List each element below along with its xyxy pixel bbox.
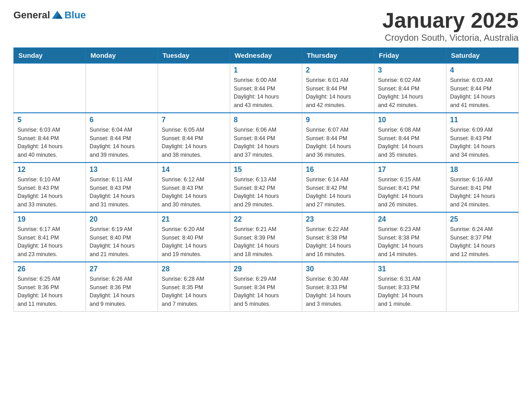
calendar-cell: 17Sunrise: 6:15 AM Sunset: 8:41 PM Dayli… xyxy=(374,163,446,212)
day-info: Sunrise: 6:21 AM Sunset: 8:39 PM Dayligh… xyxy=(234,225,298,259)
calendar-header-row: SundayMondayTuesdayWednesdayThursdayFrid… xyxy=(14,47,519,63)
day-number: 8 xyxy=(234,116,298,124)
day-info: Sunrise: 6:29 AM Sunset: 8:34 PM Dayligh… xyxy=(234,275,298,308)
day-number: 3 xyxy=(378,66,442,74)
day-info: Sunrise: 6:17 AM Sunset: 8:41 PM Dayligh… xyxy=(17,225,82,259)
calendar-cell: 13Sunrise: 6:11 AM Sunset: 8:43 PM Dayli… xyxy=(86,163,158,212)
day-number: 31 xyxy=(378,265,442,273)
calendar-cell: 12Sunrise: 6:10 AM Sunset: 8:43 PM Dayli… xyxy=(14,163,86,212)
day-number: 26 xyxy=(17,265,82,273)
day-info: Sunrise: 6:03 AM Sunset: 8:44 PM Dayligh… xyxy=(450,76,515,110)
calendar-cell: 4Sunrise: 6:03 AM Sunset: 8:44 PM Daylig… xyxy=(446,63,519,113)
calendar-cell: 5Sunrise: 6:03 AM Sunset: 8:44 PM Daylig… xyxy=(14,113,86,163)
day-number: 17 xyxy=(378,166,442,174)
day-info: Sunrise: 6:06 AM Sunset: 8:44 PM Dayligh… xyxy=(234,126,298,159)
calendar-cell: 16Sunrise: 6:14 AM Sunset: 8:42 PM Dayli… xyxy=(302,163,374,212)
calendar-cell: 18Sunrise: 6:16 AM Sunset: 8:41 PM Dayli… xyxy=(446,163,519,212)
day-number: 15 xyxy=(234,166,298,174)
calendar-cell xyxy=(14,63,86,113)
calendar-week-row: 12Sunrise: 6:10 AM Sunset: 8:43 PM Dayli… xyxy=(14,163,519,212)
day-info: Sunrise: 6:20 AM Sunset: 8:40 PM Dayligh… xyxy=(162,225,226,259)
day-of-week-header: Sunday xyxy=(14,47,86,63)
day-info: Sunrise: 6:02 AM Sunset: 8:44 PM Dayligh… xyxy=(378,76,442,110)
calendar-cell: 10Sunrise: 6:08 AM Sunset: 8:44 PM Dayli… xyxy=(374,113,446,163)
calendar-cell: 3Sunrise: 6:02 AM Sunset: 8:44 PM Daylig… xyxy=(374,63,446,113)
logo-text-blue: Blue xyxy=(64,9,86,21)
day-of-week-header: Thursday xyxy=(302,47,374,63)
day-number: 14 xyxy=(162,166,226,174)
day-info: Sunrise: 6:11 AM Sunset: 8:43 PM Dayligh… xyxy=(90,176,154,209)
location: Croydon South, Victoria, Australia xyxy=(382,33,519,43)
calendar-cell: 21Sunrise: 6:20 AM Sunset: 8:40 PM Dayli… xyxy=(158,212,230,262)
day-number: 21 xyxy=(162,215,226,223)
day-number: 22 xyxy=(234,215,298,223)
calendar-cell: 25Sunrise: 6:24 AM Sunset: 8:37 PM Dayli… xyxy=(446,212,519,262)
calendar-week-row: 26Sunrise: 6:25 AM Sunset: 8:36 PM Dayli… xyxy=(14,262,519,312)
day-number: 13 xyxy=(90,166,154,174)
day-of-week-header: Friday xyxy=(374,47,446,63)
calendar-cell: 22Sunrise: 6:21 AM Sunset: 8:39 PM Dayli… xyxy=(230,212,302,262)
logo: General Blue xyxy=(13,9,86,21)
day-info: Sunrise: 6:30 AM Sunset: 8:33 PM Dayligh… xyxy=(306,275,370,308)
day-info: Sunrise: 6:13 AM Sunset: 8:42 PM Dayligh… xyxy=(234,176,298,209)
calendar-cell xyxy=(446,262,519,312)
calendar-cell: 29Sunrise: 6:29 AM Sunset: 8:34 PM Dayli… xyxy=(230,262,302,312)
page-header: General Blue January 2025 Croydon South,… xyxy=(13,9,519,43)
day-info: Sunrise: 6:26 AM Sunset: 8:36 PM Dayligh… xyxy=(90,275,154,308)
day-info: Sunrise: 6:07 AM Sunset: 8:44 PM Dayligh… xyxy=(306,126,370,159)
calendar-week-row: 5Sunrise: 6:03 AM Sunset: 8:44 PM Daylig… xyxy=(14,113,519,163)
day-info: Sunrise: 6:08 AM Sunset: 8:44 PM Dayligh… xyxy=(378,126,442,159)
day-number: 28 xyxy=(162,265,226,273)
day-of-week-header: Saturday xyxy=(446,47,519,63)
calendar-cell: 6Sunrise: 6:04 AM Sunset: 8:44 PM Daylig… xyxy=(86,113,158,163)
day-info: Sunrise: 6:19 AM Sunset: 8:40 PM Dayligh… xyxy=(90,225,154,259)
calendar-week-row: 1Sunrise: 6:00 AM Sunset: 8:44 PM Daylig… xyxy=(14,63,519,113)
day-info: Sunrise: 6:15 AM Sunset: 8:41 PM Dayligh… xyxy=(378,176,442,209)
day-info: Sunrise: 6:14 AM Sunset: 8:42 PM Dayligh… xyxy=(306,176,370,209)
day-number: 19 xyxy=(17,215,82,223)
calendar-cell: 14Sunrise: 6:12 AM Sunset: 8:43 PM Dayli… xyxy=(158,163,230,212)
day-info: Sunrise: 6:24 AM Sunset: 8:37 PM Dayligh… xyxy=(450,225,515,259)
title-block: January 2025 Croydon South, Victoria, Au… xyxy=(382,9,519,43)
day-number: 6 xyxy=(90,116,154,124)
calendar-cell: 2Sunrise: 6:01 AM Sunset: 8:44 PM Daylig… xyxy=(302,63,374,113)
calendar-cell: 15Sunrise: 6:13 AM Sunset: 8:42 PM Dayli… xyxy=(230,163,302,212)
calendar-cell: 24Sunrise: 6:23 AM Sunset: 8:38 PM Dayli… xyxy=(374,212,446,262)
day-number: 25 xyxy=(450,215,515,223)
calendar-cell xyxy=(86,63,158,113)
day-number: 5 xyxy=(17,116,82,124)
calendar-cell: 11Sunrise: 6:09 AM Sunset: 8:43 PM Dayli… xyxy=(446,113,519,163)
day-number: 18 xyxy=(450,166,515,174)
calendar-cell: 23Sunrise: 6:22 AM Sunset: 8:38 PM Dayli… xyxy=(302,212,374,262)
day-info: Sunrise: 6:25 AM Sunset: 8:36 PM Dayligh… xyxy=(17,275,82,308)
day-info: Sunrise: 6:00 AM Sunset: 8:44 PM Dayligh… xyxy=(234,76,298,110)
day-number: 1 xyxy=(234,66,298,74)
calendar-cell: 27Sunrise: 6:26 AM Sunset: 8:36 PM Dayli… xyxy=(86,262,158,312)
calendar-cell: 8Sunrise: 6:06 AM Sunset: 8:44 PM Daylig… xyxy=(230,113,302,163)
day-info: Sunrise: 6:03 AM Sunset: 8:44 PM Dayligh… xyxy=(17,126,82,159)
day-info: Sunrise: 6:05 AM Sunset: 8:44 PM Dayligh… xyxy=(162,126,226,159)
day-info: Sunrise: 6:23 AM Sunset: 8:38 PM Dayligh… xyxy=(378,225,442,259)
day-number: 23 xyxy=(306,215,370,223)
calendar-cell: 19Sunrise: 6:17 AM Sunset: 8:41 PM Dayli… xyxy=(14,212,86,262)
calendar-cell: 20Sunrise: 6:19 AM Sunset: 8:40 PM Dayli… xyxy=(86,212,158,262)
day-number: 9 xyxy=(306,116,370,124)
calendar-cell: 7Sunrise: 6:05 AM Sunset: 8:44 PM Daylig… xyxy=(158,113,230,163)
calendar-week-row: 19Sunrise: 6:17 AM Sunset: 8:41 PM Dayli… xyxy=(14,212,519,262)
day-info: Sunrise: 6:10 AM Sunset: 8:43 PM Dayligh… xyxy=(17,176,82,209)
logo-icon xyxy=(51,9,64,21)
day-number: 2 xyxy=(306,66,370,74)
calendar-cell: 9Sunrise: 6:07 AM Sunset: 8:44 PM Daylig… xyxy=(302,113,374,163)
day-info: Sunrise: 6:09 AM Sunset: 8:43 PM Dayligh… xyxy=(450,126,515,159)
day-number: 27 xyxy=(90,265,154,273)
day-number: 24 xyxy=(378,215,442,223)
day-number: 7 xyxy=(162,116,226,124)
day-info: Sunrise: 6:16 AM Sunset: 8:41 PM Dayligh… xyxy=(450,176,515,209)
day-number: 20 xyxy=(90,215,154,223)
calendar-cell: 1Sunrise: 6:00 AM Sunset: 8:44 PM Daylig… xyxy=(230,63,302,113)
calendar-table: SundayMondayTuesdayWednesdayThursdayFrid… xyxy=(13,47,519,312)
day-info: Sunrise: 6:12 AM Sunset: 8:43 PM Dayligh… xyxy=(162,176,226,209)
day-number: 30 xyxy=(306,265,370,273)
day-info: Sunrise: 6:28 AM Sunset: 8:35 PM Dayligh… xyxy=(162,275,226,308)
logo-text-general: General xyxy=(13,9,50,21)
